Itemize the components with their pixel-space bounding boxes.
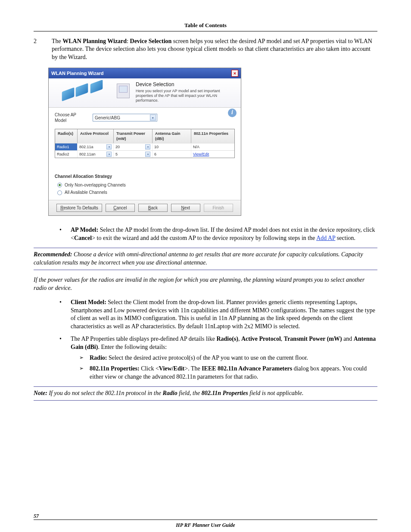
chevron-down-icon: ▾ <box>106 144 112 149</box>
b: IEEE 802.11n Advance Parameters <box>202 365 292 372</box>
sub-item: Radio: Select the desired active protoco… <box>79 354 377 362</box>
t: Click < <box>140 365 159 372</box>
next-button[interactable]: Next <box>171 204 200 212</box>
cell-power-select[interactable]: 5▾ <box>114 151 153 158</box>
b: View/Edit <box>159 365 184 372</box>
v: 5 <box>115 152 118 157</box>
t: If you do not select the 802.11n protoco… <box>47 390 163 396</box>
cell-11n: N/A <box>191 143 234 150</box>
cell-radio: Radio2 <box>55 151 78 158</box>
b: Cancel <box>74 235 92 241</box>
restore-defaults-button[interactable]: Restore To Defaults <box>56 204 102 212</box>
wizard-footer: Restore To Defaults Cancel Back Next Fin… <box>49 200 241 216</box>
wizard-titlebar: WLAN Planning Wizard × <box>49 68 241 78</box>
note-block: Note: If you do not select the 802.11n p… <box>34 386 377 401</box>
header-toc: Table of Contents <box>34 22 377 31</box>
wizard-dialog: WLAN Planning Wizard × Device Selection … <box>48 68 241 216</box>
radio-off-icon <box>57 190 62 195</box>
radio-on-icon <box>57 183 62 187</box>
b: Device Selection <box>130 38 172 44</box>
ap-model-value: Generic/ABG <box>95 115 120 121</box>
th-radios: Radio(s) <box>55 129 78 143</box>
cell-gain: 6 <box>153 151 191 158</box>
t: field, the <box>177 390 202 396</box>
list-item: The AP Properties table displays pre-def… <box>59 335 377 381</box>
view-edit-link[interactable]: View/Edit <box>191 151 234 158</box>
step-number: 2 <box>34 37 41 62</box>
b: Client Model: <box>71 299 106 305</box>
step-text: The WLAN Planning Wizard: Device Selecti… <box>52 37 377 62</box>
bullet-list: Client Model: Select the Client model fr… <box>59 299 377 381</box>
b: Active Protocol <box>241 336 281 342</box>
b: Radio(s) <box>216 336 238 342</box>
radio-table: Radio(s) Active Protocol Transmit Power … <box>55 129 235 159</box>
wizard-banner: Device Selection Here you select your AP… <box>49 78 241 108</box>
page-number: 57 <box>34 513 377 520</box>
b: Radio: <box>90 355 107 361</box>
info-icon[interactable]: i <box>228 109 237 117</box>
b: Recommended: <box>34 251 72 258</box>
b: Radio <box>162 390 177 396</box>
t: > to exit the wizard and add the custom … <box>92 235 316 241</box>
th-11n: 802.11n Properties <box>191 129 234 143</box>
radio-label: All Available Channels <box>65 190 107 196</box>
banner-title: Device Selection <box>136 81 237 88</box>
list-item: Client Model: Select the Client model fr… <box>59 299 377 331</box>
radio-label: Only Non-overlapping Channels <box>65 182 126 188</box>
b: AP Model: <box>71 227 98 233</box>
t: The AP Properties table displays pre-def… <box>71 336 216 342</box>
th-power: Transmit Power (mW) <box>114 129 153 143</box>
t: Choose a device with omni-directional an… <box>34 251 363 266</box>
step-2: 2 The WLAN Planning Wizard: Device Selec… <box>34 37 377 62</box>
chevron-down-icon: ▾ <box>145 144 150 149</box>
b: 802.11n Properties: <box>90 365 140 372</box>
t: The <box>52 38 62 44</box>
finish-button: Finish <box>204 204 233 212</box>
t: ancel <box>116 205 127 210</box>
radio-all[interactable]: All Available Channels <box>57 190 235 196</box>
th-protocol: Active Protocol <box>78 129 114 143</box>
footer-guide: HP RF Planner User Guide <box>34 520 377 529</box>
t: section. <box>335 235 355 241</box>
cell-protocol-select[interactable]: 802.11a▾ <box>78 143 114 150</box>
t: field is not applicable. <box>248 390 304 396</box>
ap-model-label: Choose AP Model <box>55 112 88 124</box>
v: 802.11an <box>79 152 96 157</box>
table-header: Radio(s) Active Protocol Transmit Power … <box>55 129 234 143</box>
t: >. The <box>184 365 202 372</box>
cancel-button[interactable]: Cancel <box>106 204 135 212</box>
banner-subtitle: Here you select your AP model and set im… <box>136 89 237 103</box>
cell-gain: 10 <box>153 143 191 150</box>
t: estore To Defaults <box>63 205 98 210</box>
wizard-art-icon <box>53 81 131 102</box>
close-icon[interactable]: × <box>231 70 238 77</box>
cell-power-select[interactable]: 20▾ <box>114 143 153 150</box>
bullet-list: AP Model: Select the AP model from the d… <box>59 226 377 243</box>
t: . Enter the following details: <box>98 344 167 350</box>
back-button[interactable]: Back <box>138 204 168 212</box>
power-note: If the power values for the radios are i… <box>34 276 377 292</box>
table-row[interactable]: Radio1 802.11a▾ 20▾ 10 N/A <box>55 143 234 150</box>
ap-model-select[interactable]: Generic/ABG ▾ <box>93 114 157 121</box>
v: 20 <box>115 144 120 149</box>
cell-radio: Radio1 <box>55 143 78 150</box>
b: 802.11n Properties <box>202 390 248 396</box>
cell-protocol-select[interactable]: 802.11an▾ <box>78 151 114 158</box>
chevron-down-icon: ▾ <box>106 152 112 157</box>
add-ap-link[interactable]: Add AP <box>316 235 335 241</box>
chevron-down-icon: ▾ <box>150 115 156 121</box>
b: WLAN Planning Wizard <box>62 38 127 44</box>
radio-nonoverlap[interactable]: Only Non-overlapping Channels <box>57 182 235 188</box>
wizard-title-text: WLAN Planning Wizard <box>51 70 104 77</box>
list-item: AP Model: Select the AP model from the d… <box>59 226 377 243</box>
t: ack <box>151 205 158 210</box>
t: Select the Client model from the drop-do… <box>71 299 375 330</box>
recommended-note: Recommended: Choose a device with omni-d… <box>34 248 377 270</box>
t: Select the desired active protocol(s) of… <box>107 355 308 361</box>
b: Note: <box>34 390 47 396</box>
t: ext <box>184 205 190 210</box>
sub-item: 802.11n Properties: Click <View/Edit>. T… <box>79 365 377 381</box>
b: Transmit Power (mW) <box>284 336 342 342</box>
th-gain: Antenna Gain (dBi) <box>153 129 191 143</box>
table-row[interactable]: Radio2 802.11an▾ 5▾ 6 View/Edit <box>55 150 234 158</box>
